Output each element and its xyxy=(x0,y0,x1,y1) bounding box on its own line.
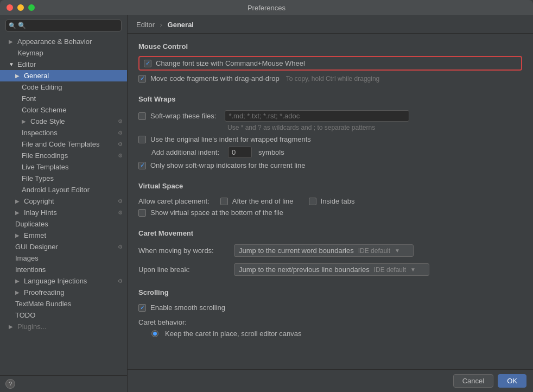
sidebar-item-intentions[interactable]: Intentions xyxy=(0,264,127,275)
help-button[interactable]: ? xyxy=(5,379,15,389)
minimize-button[interactable] xyxy=(17,4,24,11)
show-indicators-label: Only show soft-wrap indicators for the c… xyxy=(150,161,305,169)
keep-caret-label: Keep the caret in place, scroll editor c… xyxy=(165,330,301,338)
sidebar-item-label: Code Style xyxy=(30,117,65,125)
sidebar-item-images[interactable]: Images xyxy=(0,252,127,264)
change-font-checkbox[interactable] xyxy=(144,60,151,67)
original-indent-checkbox[interactable] xyxy=(138,136,146,143)
badge-icon: ⚙ xyxy=(118,130,123,136)
sidebar-item-appearance[interactable]: ▶ Appearance & Behavior xyxy=(0,36,127,47)
window-controls xyxy=(7,4,35,11)
sidebar-item-file-code-templates[interactable]: File and Code Templates ⚙ xyxy=(0,138,127,150)
sidebar-item-label: Plugins... xyxy=(17,323,46,331)
dropdown-arrow-icon: ▼ xyxy=(410,267,416,273)
sidebar-item-file-encodings[interactable]: File Encodings ⚙ xyxy=(0,150,127,161)
sidebar-item-android-layout[interactable]: Android Layout Editor xyxy=(0,184,127,195)
sidebar-item-label: Code Editing xyxy=(22,83,62,91)
arrow-icon: ▶ xyxy=(15,232,22,238)
sidebar-item-general[interactable]: ▶ General xyxy=(0,70,127,81)
move-code-checkbox[interactable] xyxy=(138,75,146,83)
titlebar: Preferences xyxy=(0,0,533,15)
sidebar-item-editor[interactable]: ▼ Editor xyxy=(0,59,127,70)
sidebar-item-inspections[interactable]: Inspections ⚙ xyxy=(0,127,127,138)
show-virtual-checkbox[interactable] xyxy=(138,209,146,217)
move-code-hint: To copy, hold Ctrl while dragging xyxy=(286,75,380,83)
caret-behavior-row: Caret behavior: xyxy=(138,317,522,328)
dropdown-hint: IDE default xyxy=(358,247,390,255)
sidebar-item-label: Images xyxy=(15,254,39,262)
search-area: 🔍 xyxy=(0,15,127,36)
sidebar-item-file-types[interactable]: File Types xyxy=(0,173,127,184)
sidebar-item-label: File and Code Templates xyxy=(22,140,100,148)
arrow-icon: ▶ xyxy=(15,73,22,79)
inside-tabs-label: Inside tabs xyxy=(321,197,355,205)
keep-caret-radio[interactable] xyxy=(151,330,158,337)
soft-wrap-label: Soft-wrap these files: xyxy=(150,112,216,120)
sidebar-item-color-scheme[interactable]: Color Scheme xyxy=(0,104,127,116)
arrow-icon: ▶ xyxy=(15,210,22,216)
show-virtual-row: Show virtual space at the bottom of the … xyxy=(138,207,522,218)
soft-wrap-input[interactable] xyxy=(225,110,409,122)
sidebar-item-label: Language Injections xyxy=(24,277,87,285)
moving-by-words-dropdown[interactable]: Jump to the current word boundaries IDE … xyxy=(234,244,414,257)
sidebar-item-label: Inspections xyxy=(22,129,58,137)
sidebar-item-inlay-hints[interactable]: ▶ Inlay Hints ⚙ xyxy=(0,207,127,218)
soft-wrap-files-row: Soft-wrap these files: xyxy=(138,109,522,123)
ok-button[interactable]: OK xyxy=(498,374,526,388)
add-indent-input[interactable] xyxy=(228,147,252,158)
sidebar-item-copyright[interactable]: ▶ Copyright ⚙ xyxy=(0,195,127,207)
change-font-row: Change font size with Command+Mouse Whee… xyxy=(138,56,522,71)
sidebar-item-gui-designer[interactable]: GUI Designer ⚙ xyxy=(0,241,127,252)
original-indent-label: Use the original line's indent for wrapp… xyxy=(150,135,311,143)
sidebar-item-label: TODO xyxy=(15,311,35,319)
search-icon: 🔍 xyxy=(9,22,16,29)
sidebar-item-language-injections[interactable]: ▶ Language Injections ⚙ xyxy=(0,275,127,287)
sidebar-item-todo[interactable]: TODO xyxy=(0,309,127,321)
smooth-scroll-checkbox[interactable] xyxy=(138,304,146,312)
sidebar-item-live-templates[interactable]: Live Templates xyxy=(0,161,127,173)
sidebar-item-keymap[interactable]: ▶ Keymap xyxy=(0,47,127,59)
caret-placement-label: Allow caret placement: xyxy=(138,197,210,205)
soft-wrap-checkbox[interactable] xyxy=(138,112,146,120)
cancel-button[interactable]: Cancel xyxy=(453,374,493,388)
line-break-dropdown[interactable]: Jump to the next/previous line boundarie… xyxy=(234,263,429,276)
sidebar-item-label: Inlay Hints xyxy=(24,208,57,217)
dropdown-value: Jump to the current word boundaries xyxy=(239,246,354,255)
sidebar-item-label: Color Scheme xyxy=(22,106,66,114)
arrow-icon: ▶ xyxy=(9,324,15,330)
sidebar-item-plugins[interactable]: ▶ Plugins... xyxy=(0,321,127,332)
sidebar-item-label: Keymap xyxy=(17,49,43,57)
search-input[interactable] xyxy=(5,20,122,31)
show-indicators-checkbox[interactable] xyxy=(138,162,146,169)
sidebar-item-label: GUI Designer xyxy=(15,243,58,251)
panel-header: Editor › General xyxy=(128,15,533,34)
sidebar-item-label: Android Layout Editor xyxy=(22,186,90,194)
sidebar-item-code-editing[interactable]: Code Editing xyxy=(0,81,127,93)
breadcrumb-general: General xyxy=(168,21,194,29)
original-indent-row: Use the original line's indent for wrapp… xyxy=(138,134,522,145)
window-title: Preferences xyxy=(248,4,285,12)
search-wrapper: 🔍 xyxy=(5,20,122,31)
sidebar-item-label: Copyright xyxy=(24,197,54,205)
dropdown-value: Jump to the next/previous line boundarie… xyxy=(239,265,370,274)
close-button[interactable] xyxy=(7,4,13,11)
sidebar-item-duplicates[interactable]: Duplicates xyxy=(0,218,127,230)
sidebar-item-font[interactable]: Font xyxy=(0,93,127,104)
scrolling-title: Scrolling xyxy=(138,288,522,296)
sidebar-item-proofreading[interactable]: ▶ Proofreading xyxy=(0,287,127,298)
inside-tabs-checkbox[interactable] xyxy=(309,198,316,205)
moving-by-words-row: When moving by words: Jump to the curren… xyxy=(138,243,522,258)
after-end-checkbox[interactable] xyxy=(220,198,228,205)
change-font-label: Change font size with Command+Mouse Whee… xyxy=(156,59,305,67)
sidebar-item-emmet[interactable]: ▶ Emmet xyxy=(0,230,127,241)
virtual-space-title: Virtual Space xyxy=(138,182,522,190)
add-indent-label: Add additional indent: xyxy=(151,148,219,156)
caret-movement-title: Caret Movement xyxy=(138,229,522,237)
sidebar-item-label: TextMate Bundles xyxy=(15,300,71,308)
caret-behavior-label: Caret behavior: xyxy=(138,318,187,326)
dropdown-arrow-icon: ▼ xyxy=(395,248,400,254)
sidebar-item-textmate-bundles[interactable]: TextMate Bundles xyxy=(0,298,127,309)
bottom-bar: Cancel OK xyxy=(128,369,533,392)
sidebar-item-code-style[interactable]: ▶ Code Style ⚙ xyxy=(0,116,127,127)
maximize-button[interactable] xyxy=(28,4,35,11)
